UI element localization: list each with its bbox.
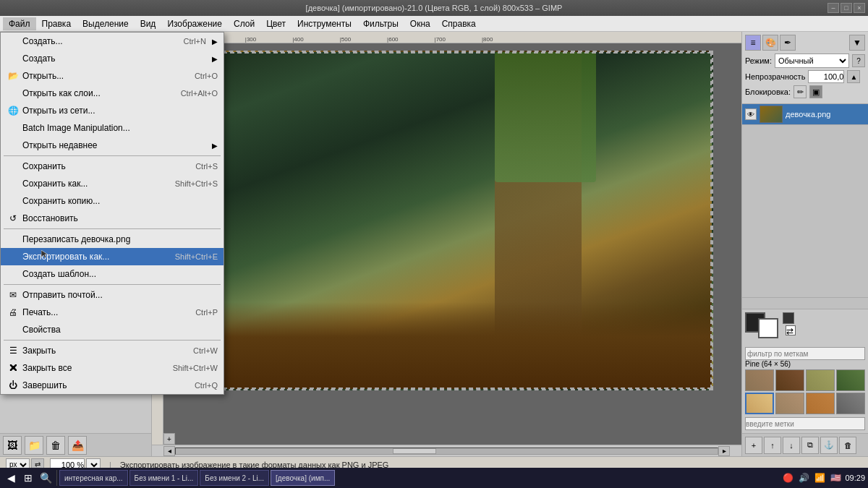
maximize-button[interactable]: □: [841, 3, 852, 13]
taskbar-item-3[interactable]: Без имени 2 - Li...: [200, 470, 269, 486]
menu-tools[interactable]: Инструменты: [292, 17, 357, 30]
tray-icon-4[interactable]: 🇺🇸: [829, 471, 842, 484]
duplicate-layer-button[interactable]: ⧉: [801, 437, 819, 454]
right-menu-icon[interactable]: ▼: [849, 35, 865, 51]
lock-row: Блокировка: ✏ ▣: [745, 85, 865, 98]
lower-layer-button[interactable]: ↓: [783, 437, 800, 454]
pattern-filter-input[interactable]: [745, 347, 865, 360]
taskbar-items: интересная кар... Без имени 1 - Li... Бе…: [59, 470, 776, 486]
menu-windows[interactable]: Окна: [404, 17, 436, 30]
menu-item-send-mail[interactable]: ✉ Отправить почтой...: [1, 286, 224, 304]
canvas-container[interactable]: +: [163, 43, 741, 445]
title-bar-controls: – □ ×: [827, 3, 865, 13]
menu-item-batch[interactable]: Batch Image Manipulation...: [1, 119, 224, 137]
menu-item-overwrite[interactable]: Перезаписать девочка.png: [1, 231, 224, 248]
menu-item-open-recent[interactable]: Открыть недавнее ▶: [1, 137, 224, 154]
menu-item-save[interactable]: Сохранить Ctrl+S: [1, 158, 224, 175]
menu-item-create[interactable]: Создать... Ctrl+N ▶: [1, 33, 224, 50]
lock-alpha-icon[interactable]: ▣: [809, 85, 822, 98]
layers-tab-icon[interactable]: ≡: [745, 35, 761, 51]
taskbar-item-2[interactable]: Без имени 1 - Li...: [129, 470, 199, 486]
right-panel: ≡ 🎨 ✒ ▼ Режим: Обычный ? Непрозрачность …: [741, 32, 868, 456]
pattern-cell-2[interactable]: [775, 369, 804, 391]
layer-visibility-icon[interactable]: 👁: [745, 108, 757, 120]
menu-help[interactable]: Справка: [436, 17, 482, 30]
pattern-cell-6[interactable]: [775, 393, 804, 414]
lock-pixels-icon[interactable]: ✏: [793, 85, 807, 98]
ruler-horizontal: 100 |200 |300 |400 |500 |600 |700 |800: [152, 32, 741, 43]
taskbar-item-1[interactable]: интересная кар...: [59, 470, 128, 486]
menu-image[interactable]: Изображение: [161, 17, 228, 30]
scroll-right-button[interactable]: ▸: [718, 446, 730, 456]
pattern-cell-3[interactable]: [806, 369, 835, 391]
menu-item-print[interactable]: 🖨 Печать... Ctrl+P: [1, 304, 224, 321]
tray-icon-1[interactable]: 🔴: [781, 471, 794, 484]
menu-filters[interactable]: Фильтры: [357, 17, 404, 30]
h-scroll-thumb[interactable]: [393, 448, 436, 454]
menu-item-export-as[interactable]: Экспортировать как... Shift+Ctrl+E: [1, 248, 224, 265]
paths-icon[interactable]: ✒: [780, 35, 796, 51]
reset-colors-button[interactable]: [783, 312, 794, 324]
h-scroll-track[interactable]: [175, 448, 718, 455]
background-color[interactable]: [758, 318, 778, 338]
menu-item-close-all[interactable]: 🗙 Закрыть все Shift+Ctrl+W: [1, 359, 224, 377]
menu-file[interactable]: Файл: [3, 17, 36, 30]
pattern-cell-4[interactable]: [836, 369, 865, 391]
tray-icon-2[interactable]: 🔊: [797, 471, 810, 484]
scroll-corner[interactable]: +: [163, 433, 175, 445]
trash-button[interactable]: 🗑: [46, 436, 65, 455]
layer-row[interactable]: 👁 девочка.png: [742, 104, 868, 125]
channels-icon[interactable]: 🎨: [762, 35, 778, 51]
minimize-button[interactable]: –: [827, 3, 839, 13]
menu-layer[interactable]: Слой: [228, 17, 260, 30]
pattern-grid: [745, 369, 865, 414]
menu-edit[interactable]: Правка: [36, 17, 77, 30]
pattern-cell-1[interactable]: [745, 369, 774, 391]
menu-view[interactable]: Вид: [135, 17, 162, 30]
scroll-left-button[interactable]: ◂: [163, 446, 175, 456]
opacity-input[interactable]: [808, 70, 844, 83]
taskbar-icon-2[interactable]: 🔍: [38, 470, 54, 486]
start-arrow-icon[interactable]: ◀: [3, 470, 19, 486]
menu-color[interactable]: Цвет: [260, 17, 292, 30]
open-folder-button[interactable]: 📁: [25, 436, 43, 455]
menu-item-open[interactable]: 📂 Открыть... Ctrl+O: [1, 67, 224, 85]
raise-layer-button[interactable]: ↑: [764, 437, 781, 454]
delete-layer-button[interactable]: 🗑: [839, 437, 856, 454]
close-button[interactable]: ×: [854, 3, 865, 13]
tray-icon-3[interactable]: 📶: [813, 471, 826, 484]
menu-select[interactable]: Выделение: [77, 17, 135, 30]
pattern-cell-8[interactable]: [836, 393, 865, 414]
opacity-step-button[interactable]: ▲: [847, 70, 860, 83]
blend-mode-select[interactable]: Обычный: [775, 53, 849, 68]
pattern-cell-7[interactable]: [806, 393, 835, 414]
export-button[interactable]: 📤: [68, 436, 87, 455]
mode-info-button[interactable]: ?: [852, 54, 865, 67]
new-image-button[interactable]: 🖼: [3, 436, 22, 455]
swap-colors-button[interactable]: ⇄: [786, 325, 796, 335]
menu-item-create-template[interactable]: Создать шаблон...: [1, 265, 224, 283]
taskbar-right: 🔴 🔊 📶 🇺🇸 09:29: [778, 471, 865, 484]
menu-item-quit[interactable]: ⏻ Завершить Ctrl+Q: [1, 377, 224, 394]
anchor-layer-button[interactable]: ⚓: [820, 437, 838, 454]
new-layer-button[interactable]: +: [745, 437, 762, 454]
menu-item-open-layers[interactable]: Открыть как слои... Ctrl+Alt+O: [1, 85, 224, 102]
revert-icon: ↺: [7, 212, 20, 225]
menu-item-revert[interactable]: ↺ Восстановить: [1, 210, 224, 227]
separator-4: [4, 340, 221, 341]
tag-input[interactable]: [745, 417, 865, 430]
print-icon: 🖨: [7, 306, 20, 319]
save-as-icon: [7, 177, 20, 190]
menu-item-properties[interactable]: Свойства: [1, 321, 224, 338]
taskbar-item-4-active[interactable]: [девочка] (имп...: [271, 470, 335, 486]
menu-item-create2[interactable]: Создать ▶: [1, 50, 224, 67]
opacity-row: Непрозрачность ▲: [745, 70, 865, 83]
menu-item-save-copy[interactable]: Сохранить копию...: [1, 192, 224, 210]
separator-2: [4, 228, 221, 229]
right-scrollbar[interactable]: [742, 297, 868, 309]
menu-item-close[interactable]: ☰ Закрыть Ctrl+W: [1, 342, 224, 359]
menu-item-save-as[interactable]: Сохранить как... Shift+Ctrl+S: [1, 175, 224, 192]
taskbar-icon-1[interactable]: ⊞: [20, 470, 36, 486]
pattern-cell-5[interactable]: [745, 393, 774, 414]
menu-item-open-net[interactable]: 🌐 Открыть из сети...: [1, 102, 224, 119]
